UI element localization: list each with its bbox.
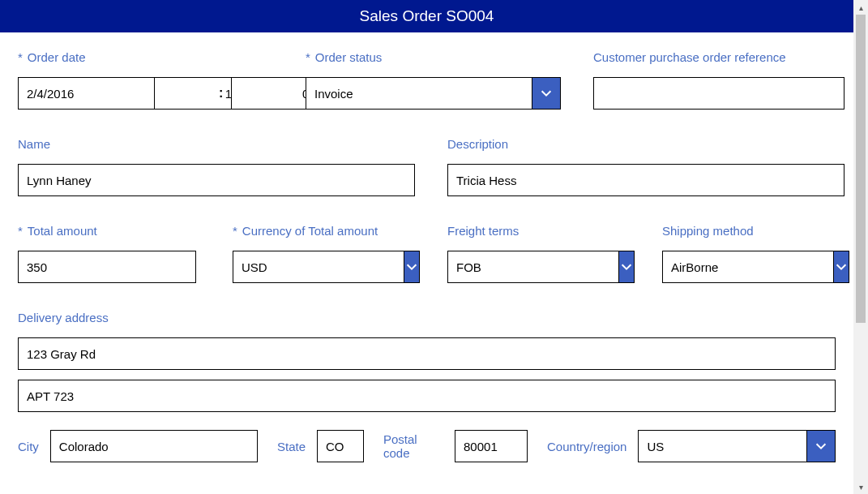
order-status-dropdown-button[interactable] (532, 77, 561, 110)
chevron-down-icon (404, 260, 419, 274)
scrollbar-thumb[interactable] (856, 15, 866, 323)
freight-dropdown-button[interactable] (618, 251, 635, 283)
name-input[interactable] (18, 164, 415, 196)
postal-input[interactable] (455, 430, 528, 462)
page-title-bar: Sales Order SO004 (0, 0, 853, 32)
order-date-label: Order date (18, 50, 288, 64)
order-status-label: Order status (306, 50, 561, 64)
customer-po-input[interactable] (593, 77, 844, 110)
currency-label: Currency of Total amount (233, 224, 428, 238)
country-dropdown-button[interactable] (806, 430, 836, 462)
freight-select[interactable] (447, 251, 618, 283)
chevron-down-icon (619, 260, 634, 274)
country-label: Country/region (547, 440, 626, 453)
shipping-select[interactable] (662, 251, 833, 283)
chevron-down-icon (539, 86, 554, 101)
address-line2-input[interactable] (18, 380, 836, 412)
form-body: Order date (0, 32, 853, 494)
scroll-up-arrow-icon[interactable]: ▴ (853, 0, 868, 15)
time-separator: : (219, 86, 223, 101)
chevron-down-icon (814, 439, 828, 453)
state-input[interactable] (317, 430, 364, 462)
total-amount-label: Total amount (18, 224, 213, 238)
description-input[interactable] (447, 164, 844, 196)
name-label: Name (18, 137, 415, 151)
freight-label: Freight terms (447, 224, 643, 238)
vertical-scrollbar[interactable]: ▴ ▾ (853, 0, 868, 494)
shipping-label: Shipping method (662, 224, 853, 238)
currency-dropdown-button[interactable] (404, 251, 420, 283)
shipping-dropdown-button[interactable] (833, 251, 849, 283)
city-input[interactable] (50, 430, 258, 462)
customer-po-label: Customer purchase order reference (593, 50, 844, 64)
scroll-down-arrow-icon[interactable]: ▾ (853, 479, 868, 494)
address-line1-input[interactable] (18, 337, 836, 370)
state-label: State (277, 440, 306, 453)
chevron-down-icon (834, 260, 849, 274)
description-label: Description (447, 137, 844, 151)
page-title: Sales Order SO004 (360, 7, 494, 25)
country-select[interactable] (638, 430, 806, 462)
total-amount-input[interactable] (18, 251, 196, 283)
postal-label: Postal code (383, 432, 443, 460)
delivery-address-label: Delivery address (18, 311, 836, 324)
currency-select[interactable] (233, 251, 404, 283)
order-status-select[interactable] (306, 77, 532, 110)
form-scroll-area[interactable]: Sales Order SO004 Order date (0, 0, 853, 494)
city-label: City (18, 440, 39, 453)
